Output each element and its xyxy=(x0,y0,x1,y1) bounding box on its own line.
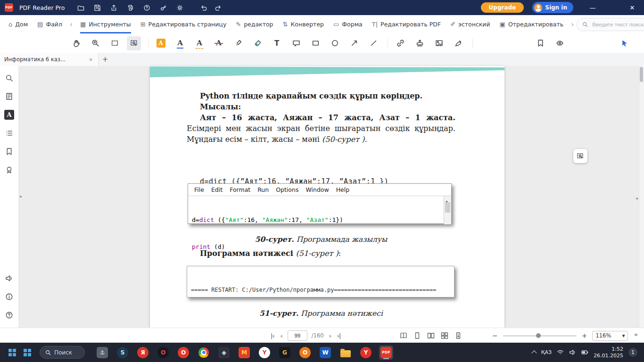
taskbar-app-chrome[interactable] xyxy=(197,346,211,360)
zoom-slider[interactable] xyxy=(503,335,577,337)
print-button[interactable] xyxy=(125,2,135,13)
search-input[interactable] xyxy=(591,21,644,28)
menu-scroll-right-icon[interactable]: › xyxy=(568,20,577,29)
help-button[interactable] xyxy=(141,2,152,13)
rectangle-tool-button[interactable] xyxy=(308,36,322,50)
text-tool-button[interactable]: T xyxy=(270,36,284,50)
annotation-pointer-button[interactable] xyxy=(617,36,631,50)
taskbar-app-ok[interactable]: O xyxy=(298,346,312,360)
signature-tool-button[interactable] xyxy=(451,36,465,50)
two-page-button[interactable] xyxy=(427,332,435,339)
menu-item-edit-pdf[interactable]: T| Редактировать PDF xyxy=(367,15,446,33)
last-page-button[interactable]: ›| xyxy=(336,332,342,340)
info-button[interactable] xyxy=(2,289,17,304)
menu-item-file[interactable]: ▤ Файл xyxy=(33,15,67,33)
settings-button[interactable] xyxy=(174,2,185,13)
start-button[interactable] xyxy=(5,345,20,360)
taskbar-app-opera-gx[interactable]: O xyxy=(156,346,170,360)
taskbar-app-yandex-browser[interactable]: Я xyxy=(136,346,150,360)
floating-area-zoom-button[interactable] xyxy=(573,149,587,163)
language-indicator[interactable]: ҚАЗ xyxy=(541,349,552,355)
signature-panel-button[interactable] xyxy=(2,163,17,177)
taskbar-app-pdf-reader-pro[interactable]: PDF xyxy=(379,346,393,360)
taskbar-app-steam[interactable]: S xyxy=(116,346,130,360)
volume-button[interactable] xyxy=(569,349,576,356)
two-page-scroll-button[interactable] xyxy=(441,332,448,339)
right-panel-expander[interactable]: ◂ xyxy=(634,194,639,202)
clock[interactable]: 1:52 26.01.2025 xyxy=(594,346,623,359)
menu-item-converter[interactable]: ⇅ Конвертер xyxy=(278,15,329,33)
menu-item-editor[interactable]: ✎ редактор xyxy=(231,15,278,33)
menu-item-home[interactable]: ⌂ Дом xyxy=(4,15,33,33)
taskbar-app-yandex-y[interactable]: Y xyxy=(257,346,272,360)
hand-tool-button[interactable] xyxy=(69,36,83,50)
menu-item-translate[interactable]: ✐ эстонский xyxy=(446,15,495,33)
redo-button[interactable] xyxy=(213,2,223,13)
more-controls-button[interactable]: » xyxy=(631,330,641,338)
taskbar-app-tank-game[interactable]: ◆ xyxy=(217,346,231,360)
search-panel-button[interactable] xyxy=(2,71,17,85)
eraser-tool-button[interactable] xyxy=(250,36,264,50)
highlight-tool-button[interactable]: A xyxy=(154,36,168,50)
reading-mode-button[interactable] xyxy=(400,332,407,339)
search-box[interactable] xyxy=(577,18,644,31)
zoom-in-button[interactable]: + xyxy=(581,332,588,339)
comment-tool-button[interactable] xyxy=(289,36,303,50)
notification-badge[interactable]: 1 xyxy=(628,348,637,357)
thumbnails-panel-button[interactable] xyxy=(2,89,17,103)
arrow-tool-button[interactable] xyxy=(347,36,361,50)
ellipse-tool-button[interactable] xyxy=(328,36,342,50)
single-page-button[interactable] xyxy=(413,332,421,339)
area-zoom-button[interactable] xyxy=(127,36,141,50)
stamp-tool-button[interactable] xyxy=(413,36,427,50)
strikeout-tool-button[interactable]: A xyxy=(212,36,226,50)
menu-item-edit-page[interactable]: ⊞ Редактировать страницу xyxy=(136,15,231,33)
taskbar-app-explorer[interactable] xyxy=(339,346,353,360)
menu-item-tools[interactable]: ▦ Инструменты xyxy=(75,15,136,33)
new-tab-button[interactable]: + xyxy=(99,53,112,66)
bookmarks-panel-button[interactable] xyxy=(2,144,17,158)
underline-tool-button[interactable]: A xyxy=(173,36,187,50)
taskbar-search[interactable]: Поиск xyxy=(40,346,85,359)
prev-page-button[interactable]: ‹ xyxy=(280,332,283,340)
preview-button[interactable] xyxy=(553,36,567,50)
marquee-select-button[interactable] xyxy=(107,36,122,50)
taskbar-app-opera[interactable]: O xyxy=(176,346,190,360)
first-page-button[interactable]: |‹ xyxy=(270,332,275,340)
sign-in-button[interactable]: Sign in xyxy=(532,2,573,13)
image-tool-button[interactable] xyxy=(432,36,446,50)
upgrade-button[interactable]: Upgrade xyxy=(481,2,524,13)
wifi-button[interactable] xyxy=(557,349,564,356)
vertical-scrollbar[interactable] xyxy=(639,66,644,328)
battery-button[interactable] xyxy=(581,349,588,356)
squiggly-tool-button[interactable]: A xyxy=(192,36,206,50)
open-file-button[interactable] xyxy=(75,2,86,13)
menu-item-redact[interactable]: ▣ Отредактировать xyxy=(495,15,569,33)
tab-close-icon[interactable]: ✕ xyxy=(88,56,94,63)
link-tool-button[interactable] xyxy=(393,36,407,50)
password-key-button[interactable] xyxy=(158,2,168,13)
taskbar-app-gold-game[interactable]: G xyxy=(278,346,292,360)
outline-panel-button[interactable] xyxy=(2,126,17,140)
menu-scroll-left-icon[interactable]: ‹ xyxy=(67,20,75,29)
annotations-panel-button[interactable]: A xyxy=(2,107,17,122)
scrollbar-thumb[interactable] xyxy=(640,67,643,82)
taskbar-app-word[interactable]: W xyxy=(318,346,332,360)
document-tab[interactable]: Информатика 6 каз... ✕ xyxy=(0,53,99,66)
menu-item-form[interactable]: ▭ Форма xyxy=(329,15,367,33)
reflow-zoom-button[interactable] xyxy=(88,36,102,50)
read-aloud-button[interactable] xyxy=(2,271,17,285)
save-button[interactable] xyxy=(92,2,102,13)
taskbar-app-yandex-red[interactable]: Y xyxy=(359,346,373,360)
share-button[interactable] xyxy=(108,2,119,13)
freehand-highlighter-button[interactable] xyxy=(231,36,245,50)
tray-expand-button[interactable] xyxy=(532,350,536,355)
close-button[interactable]: ✕ xyxy=(625,0,639,15)
pinned-windows-app[interactable] xyxy=(20,345,35,360)
zoom-out-button[interactable]: − xyxy=(491,332,499,339)
taskbar-app-ship-game[interactable]: ⚓ xyxy=(95,346,109,360)
help-panel-button[interactable] xyxy=(2,308,17,322)
undo-button[interactable] xyxy=(198,2,209,13)
taskbar-app-mail-ru[interactable]: М xyxy=(237,346,251,360)
zoom-level-select[interactable]: 116% ▾ xyxy=(592,331,628,341)
